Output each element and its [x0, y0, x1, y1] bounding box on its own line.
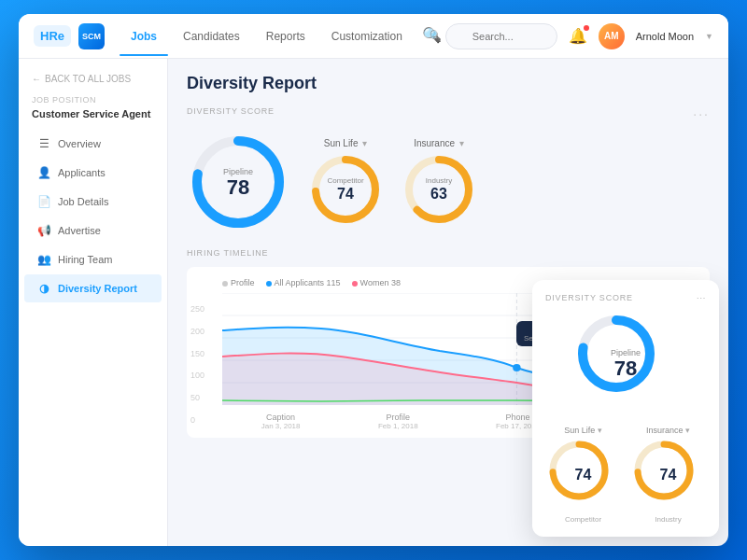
diversity-icon: ◑: [37, 282, 50, 295]
x-label-profile: Profile Feb 1, 2018: [378, 413, 418, 430]
nav-customization[interactable]: Customization: [320, 24, 414, 49]
sidebar-item-advertise[interactable]: 📢 Advertise: [24, 217, 162, 245]
popup-menu-dots[interactable]: ···: [697, 293, 706, 302]
sidebar-label-hiring-team: Hiring Team: [58, 254, 113, 265]
popup-section-label: DIVERSITY SCORE ···: [545, 293, 706, 302]
x-label-caption: Caption Jan 3, 2018: [261, 413, 301, 430]
hiring-timeline-label: HIRING TIMELINE: [187, 248, 710, 258]
logo-scm: SCM: [78, 23, 105, 49]
y-axis-labels: 250 200 150 100 50 0: [190, 304, 204, 425]
svg-point-12: [513, 364, 520, 371]
sun-life-value: 74: [337, 186, 354, 202]
popup-main-donut: Pipeline 78: [545, 312, 706, 414]
sun-life-label-top[interactable]: Sun Life ▾: [324, 138, 367, 148]
popup-sub-donuts: Sun Life ▾ 74 Competitor: [545, 426, 706, 524]
popup-sun-life-center: 74: [575, 467, 592, 483]
sidebar-label-overview: Overview: [58, 138, 101, 149]
y-label-50: 50: [190, 393, 204, 402]
back-to-jobs[interactable]: BACK TO ALL JOBS: [19, 70, 167, 91]
sidebar-label-advertise: Advertise: [58, 225, 101, 236]
sun-life-dropdown[interactable]: ▾: [362, 138, 367, 148]
job-position-value: Customer Service Agent: [19, 106, 167, 129]
popup-sun-life-value: 74: [575, 467, 592, 483]
nav-reports[interactable]: Reports: [255, 24, 317, 49]
popup-pipeline-donut: Pipeline 78: [574, 312, 677, 414]
popup-insurance-value: 74: [660, 467, 677, 483]
sidebar-label-applicants: Applicants: [58, 167, 106, 178]
job-position-label: JOB POSITION: [19, 91, 167, 106]
pipeline-donut-wrap: Pipeline 78: [187, 131, 289, 233]
popup-sun-life-sublabel: Competitor: [565, 515, 601, 524]
popup-insurance-sublabel: Industry: [655, 515, 681, 524]
popup-pipeline-center: Pipeline 78: [611, 348, 641, 379]
sun-life-donut: Competitor 74: [308, 152, 383, 227]
popup-insurance-arrow[interactable]: ▾: [685, 426, 690, 435]
insurance-donut: Industry 63: [402, 152, 476, 227]
user-dropdown-arrow[interactable]: ▼: [705, 32, 713, 41]
popup-card: DIVERSITY SCORE ··· Pipeline 78: [532, 280, 719, 537]
y-label-100: 100: [190, 371, 204, 380]
sun-life-inner-label: Competitor: [327, 176, 363, 185]
page-title: Diversity Report: [187, 74, 710, 93]
diversity-score-section-label: DIVERSITY SCORE ···: [187, 106, 710, 121]
search-icon: 🔍: [422, 27, 441, 43]
user-avatar: AM: [599, 23, 625, 49]
popup-sun-life-donut: 74: [546, 438, 621, 512]
sidebar-item-diversity-report[interactable]: ◑ Diversity Report: [24, 274, 162, 302]
popup-insurance-label[interactable]: Insurance ▾: [646, 426, 690, 435]
pipeline-value: 78: [227, 175, 249, 199]
pipeline-donut-center: Pipeline 78: [223, 167, 253, 198]
advertise-icon: 📢: [37, 224, 50, 237]
sidebar-label-diversity: Diversity Report: [58, 283, 137, 294]
y-label-200: 200: [190, 327, 204, 336]
score-row: Pipeline 78 Sun Life ▾: [187, 131, 710, 233]
overview-icon: ☰: [37, 137, 50, 150]
nav-candidates[interactable]: Candidates: [172, 24, 251, 49]
sun-life-donut-wrap: Sun Life ▾ Competitor 74: [308, 138, 383, 227]
popup-sun-life-arrow[interactable]: ▾: [598, 426, 602, 435]
sidebar-item-hiring-team[interactable]: 👥 Hiring Team: [24, 245, 162, 273]
insurance-donut-wrap: Insurance ▾ Industry 63: [402, 138, 476, 227]
insurance-inner-label: Industry: [426, 176, 452, 185]
insurance-dropdown[interactable]: ▾: [459, 138, 464, 148]
pipeline-donut: Pipeline 78: [187, 131, 289, 233]
popup-insurance-donut: 74: [631, 438, 706, 512]
notification-dot: [584, 25, 589, 31]
applicants-icon: 👤: [37, 166, 50, 179]
app-container: HRe SCM Jobs Candidates Reports Customiz…: [19, 14, 728, 546]
main-content: Diversity Report DIVERSITY SCORE ···: [168, 59, 728, 546]
sidebar-item-overview[interactable]: ☰ Overview: [24, 130, 162, 158]
sidebar-label-job-details: Job Details: [58, 196, 108, 207]
y-label-0: 0: [190, 415, 204, 425]
hiring-team-icon: 👥: [37, 253, 50, 266]
search-wrap: 🔍: [422, 23, 557, 49]
sidebar: BACK TO ALL JOBS JOB POSITION Customer S…: [19, 59, 168, 546]
popup-sun-life-label[interactable]: Sun Life ▾: [564, 426, 602, 435]
popup-pipeline-value: 78: [614, 357, 637, 380]
popup-insurance-center: 74: [660, 467, 677, 483]
user-name: Arnold Moon: [636, 31, 694, 42]
nav-jobs[interactable]: Jobs: [120, 24, 168, 49]
nav-links: Jobs Candidates Reports Customization: [120, 24, 422, 49]
insurance-value: 63: [430, 186, 447, 202]
job-details-icon: 📄: [37, 195, 50, 208]
insurance-donut-center: Industry 63: [426, 176, 452, 203]
sidebar-item-job-details[interactable]: 📄 Job Details: [24, 188, 162, 216]
popup-insurance-wrap: Insurance ▾ 74 Industry: [631, 426, 706, 524]
search-input[interactable]: [445, 23, 557, 49]
nav-right: 🔍 🔔 AM Arnold Moon ▼: [422, 23, 713, 49]
sidebar-item-applicants[interactable]: 👤 Applicants: [24, 159, 162, 187]
sun-life-donut-center: Competitor 74: [327, 176, 363, 203]
y-label-150: 150: [190, 349, 204, 358]
section-menu-dots[interactable]: ···: [693, 106, 710, 121]
popup-sun-life-wrap: Sun Life ▾ 74 Competitor: [546, 426, 621, 524]
insurance-label-top[interactable]: Insurance ▾: [414, 138, 464, 148]
logo-hr: HRe: [34, 25, 71, 47]
notification-bell[interactable]: 🔔: [569, 27, 587, 45]
y-label-250: 250: [190, 304, 204, 314]
top-nav: HRe SCM Jobs Candidates Reports Customiz…: [19, 14, 728, 59]
main-layout: BACK TO ALL JOBS JOB POSITION Customer S…: [19, 59, 728, 546]
